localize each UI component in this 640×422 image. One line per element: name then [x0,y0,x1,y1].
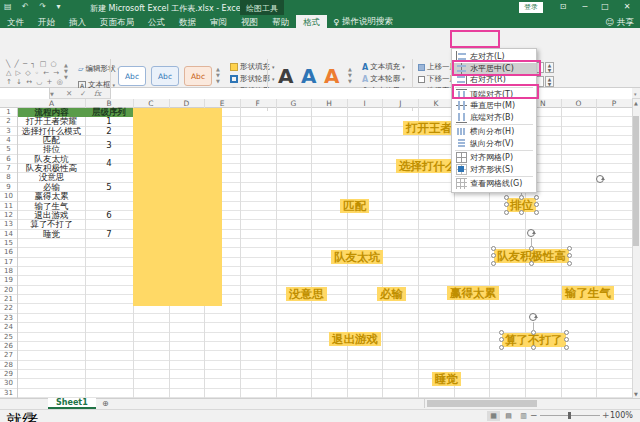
horizontal-scroll-thumb[interactable] [427,400,537,407]
normal-view-button[interactable]: ▦ [487,411,500,421]
selection-handle[interactable] [491,261,496,266]
wordart-style-letter[interactable]: A [324,64,339,88]
flowchart-label[interactable]: 赢得太累 [447,286,499,300]
shape-gallery-row[interactable]: △ ▷ ◇ ◦ ← → [6,69,64,78]
flowchart-label[interactable]: 没意思 [286,287,327,301]
sign-in-button[interactable]: 登录 [519,2,543,13]
selection-handle[interactable] [567,261,572,266]
cell[interactable]: 流程内容 [18,108,85,117]
shape-gallery-row[interactable]: ╲ ╱ ─ ┐ □ ○ [6,60,64,69]
row-header-6[interactable]: 6 [0,155,17,164]
menu-item-纵向分布(V)[interactable]: 纵向分布(V) [452,138,536,150]
row-header-15[interactable]: 15 [0,239,17,248]
scroll-down-icon[interactable]: ▼ [632,391,640,397]
column-header-J[interactable]: J [382,99,418,108]
row-header-14[interactable]: 14 [0,230,17,239]
ribbon-tab-插入[interactable]: 插入 [62,15,93,28]
row-header-21[interactable]: 21 [0,295,17,304]
selection-handle[interactable] [534,195,539,200]
row-header-17[interactable]: 17 [0,258,17,267]
cancel-icon[interactable]: ✕ [66,89,72,98]
cell[interactable]: 7 [85,230,133,239]
cell[interactable]: 赢得太累 [18,192,85,201]
row-header-8[interactable]: 8 [0,173,17,182]
text-fill-button[interactable]: A 文本填充▾ [362,62,405,72]
flowchart-label[interactable]: 队友太坑 [331,250,383,264]
page-layout-view-button[interactable]: ▤ [502,411,515,421]
minimize-button[interactable]: ─ [578,2,592,11]
row-header-4[interactable]: 4 [0,136,17,145]
row-header-12[interactable]: 12 [0,211,17,220]
menu-item-对齐网格(P)[interactable]: 对齐网格(P) [452,152,536,164]
row-header-19[interactable]: 19 [0,276,17,285]
cell[interactable]: 匹配 [18,136,85,145]
column-header-A[interactable]: A [18,99,85,108]
row-header-13[interactable]: 13 [0,220,17,229]
height-spinner[interactable]: ▲▼ [545,62,554,73]
cell[interactable]: 2 [85,127,133,136]
selection-handle[interactable] [491,253,496,258]
name-box-dropdown-icon[interactable]: ▼ [50,91,54,97]
row-header-28[interactable]: 28 [0,361,17,370]
gallery-scroll-arrows[interactable]: ▲▼▼ [64,62,68,80]
row-header-24[interactable]: 24 [0,323,17,332]
column-header-I[interactable]: I [347,99,383,108]
selection-handle[interactable] [531,345,536,350]
wordart-scroll-arrows[interactable]: ▲▼▼ [348,66,352,84]
column-header-C[interactable]: C [133,99,169,108]
zoom-slider-thumb[interactable] [568,412,571,419]
vertical-scroll-thumb[interactable] [633,116,639,246]
cell[interactable]: 输了生气 [18,202,85,211]
menu-item-对齐形状(S)[interactable]: 对齐形状(S) [452,164,536,176]
column-header-F[interactable]: F [240,99,276,108]
menu-item-底端对齐(B)[interactable]: 底端对齐(B) [452,112,536,124]
row-header-11[interactable]: 11 [0,202,17,211]
maximize-button[interactable]: □ [598,2,612,11]
expand-formula-bar-icon[interactable]: ▾ [634,91,637,97]
ribbon-tab-数据[interactable]: 数据 [172,15,203,28]
menu-item-垂直居中(M)[interactable]: 垂直居中(M) [452,100,536,112]
add-sheet-icon[interactable]: ⊕ [102,399,109,408]
zoom-level[interactable]: 100% [610,411,633,420]
row-header-16[interactable]: 16 [0,248,17,257]
style-scroll-arrows[interactable]: ▲▼▼ [216,66,220,84]
shape-style-thumbnail[interactable]: Abc [151,66,179,86]
row-header-23[interactable]: 23 [0,314,17,323]
cell[interactable]: 4 [85,159,133,168]
selection-handle[interactable] [534,202,539,207]
cell[interactable]: 算了不打了 [18,220,85,229]
shape-style-thumbnail[interactable]: Abc [118,66,146,86]
selection-handle[interactable] [564,330,569,335]
cell[interactable]: 必输 [18,183,85,192]
ribbon-tab-公式[interactable]: 公式 [141,15,172,28]
row-header-7[interactable]: 7 [0,164,17,173]
row-header-29[interactable]: 29 [0,370,17,379]
tell-me-search[interactable]: ♀ 操作说明搜索 [327,15,399,28]
macro-record-icon[interactable]: ▦ [26,411,33,419]
column-header-H[interactable]: H [311,99,347,108]
edit-shape-button[interactable]: ▱ 编辑形状▾ [78,64,120,74]
row-header-5[interactable]: 5 [0,145,17,154]
selection-handle[interactable] [534,210,539,215]
text-outline-button[interactable]: A 文本轮廓▾ [362,74,405,84]
selection-handle[interactable] [491,246,496,251]
flowchart-label[interactable]: 排位 [507,198,536,212]
wordart-style-letter[interactable]: A [301,64,316,88]
ribbon-tab-开始[interactable]: 开始 [31,15,62,28]
cell[interactable]: 没意思 [18,173,85,182]
selection-handle[interactable] [529,261,534,266]
column-header-P[interactable]: P [596,99,632,108]
column-header-O[interactable]: O [561,99,597,108]
cell[interactable]: 5 [85,183,133,192]
scroll-up-icon[interactable]: ▲ [632,100,640,106]
selection-handle[interactable] [499,330,504,335]
row-header-20[interactable]: 20 [0,286,17,295]
shape-style-thumbnail[interactable]: Abc [184,66,212,86]
ribbon-tab-帮助[interactable]: 帮助 [265,15,296,28]
insert-function-icon[interactable]: fx [94,89,101,98]
quick-access-toolbar[interactable]: ▤ ↶ ↷ ▾ [4,2,65,11]
cell[interactable]: 选择打什么模式 [18,127,85,136]
wordart-style-letter[interactable]: A [278,64,293,88]
flowchart-label[interactable]: 输了生气 [562,286,614,300]
selection-handle[interactable] [519,210,524,215]
